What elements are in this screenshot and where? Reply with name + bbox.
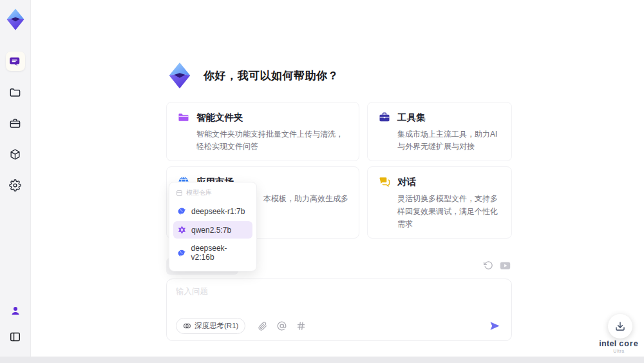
folder-purple-icon <box>177 111 190 124</box>
model-option-qwen[interactable]: qwen2.5:7b <box>173 221 252 239</box>
app-window: 你好，我可以如何帮助你？ 智能文件夹 智能文件夹功能支持批量文件上传与清洗，轻松… <box>0 0 644 363</box>
card-description: 灵活切换多模型文件，支持多样回复效果调试，满足个性化需求 <box>397 193 501 230</box>
model-dropdown: 模型仓库 deepseek-r1:7b qwen2.5:7b deep <box>169 182 257 271</box>
composer-toolbar: 深度思考(R1) <box>176 318 502 334</box>
intel-brand: intel <box>599 339 616 348</box>
at-sign-icon[interactable] <box>277 321 287 331</box>
hash-icon[interactable] <box>296 321 306 331</box>
model-dropdown-header-label: 模型仓库 <box>186 188 212 197</box>
intel-product: core <box>619 339 638 348</box>
briefcase-icon <box>9 117 21 130</box>
send-icon <box>489 320 501 332</box>
model-option-deepseek-v2[interactable]: deepseek-v2:16b <box>173 240 252 266</box>
card-dialog[interactable]: 对话 灵活切换多模型文件，支持多样回复效果调试，满足个性化需求 <box>367 166 512 239</box>
sidebar-item-folders[interactable] <box>6 83 25 102</box>
hero-logo-icon <box>165 61 194 90</box>
model-dropdown-header: 模型仓库 <box>173 187 252 201</box>
model-option-deepseek-r1[interactable]: deepseek-r1:7b <box>173 202 252 220</box>
card-title: 对话 <box>397 176 416 188</box>
card-smart-folder[interactable]: 智能文件夹 智能文件夹功能支持批量文件上传与清洗，轻松实现文件问答 <box>166 102 359 161</box>
qwen-icon <box>177 225 187 235</box>
send-button[interactable] <box>487 319 502 334</box>
sidebar <box>0 0 31 357</box>
briefcase-indigo-icon <box>378 111 391 124</box>
paperclip-icon[interactable] <box>258 322 267 331</box>
download-fab[interactable] <box>608 314 632 338</box>
sidebar-item-settings[interactable] <box>6 175 25 195</box>
deep-think-toggle[interactable]: 深度思考(R1) <box>176 318 245 334</box>
greeting-title: 你好，我可以如何帮助你？ <box>204 68 339 83</box>
intel-tier: Ultra <box>594 349 644 353</box>
deep-think-label: 深度思考(R1) <box>194 321 238 331</box>
hero: 你好，我可以如何帮助你？ <box>165 61 339 90</box>
card-description: 智能文件夹功能支持批量文件上传与清洗，轻松实现文件问答 <box>196 128 348 153</box>
card-title: 智能文件夹 <box>196 112 243 124</box>
card-description: 集成市场上主流工具，助力AI与外界无缝扩展与对接 <box>397 128 501 153</box>
intel-core-badge: intel core Ultra <box>594 339 644 353</box>
message-input[interactable] <box>176 286 498 312</box>
chat-yellow-icon <box>378 175 391 188</box>
panel-icon <box>9 331 21 343</box>
card-title: 工具集 <box>397 112 426 124</box>
sidebar-item-toolbox[interactable] <box>6 113 25 133</box>
sidebar-item-panel-toggle[interactable] <box>6 327 25 346</box>
sidebar-item-models[interactable] <box>6 144 25 164</box>
sidebar-bottom <box>6 301 25 346</box>
card-toolset[interactable]: 工具集 集成市场上主流工具，助力AI与外界无缝扩展与对接 <box>367 102 512 161</box>
folder-icon <box>9 86 21 99</box>
model-option-label: qwen2.5:7b <box>191 226 231 235</box>
deepseek-icon <box>177 206 187 216</box>
video-icon[interactable] <box>500 261 511 270</box>
account-icon <box>10 305 21 317</box>
box-icon <box>176 190 183 197</box>
composer: 深度思考(R1) <box>166 279 512 341</box>
app-logo-icon <box>1 5 30 34</box>
sidebar-nav <box>6 52 25 195</box>
download-icon <box>615 321 625 331</box>
model-option-label: deepseek-r1:7b <box>191 207 245 216</box>
sidebar-item-account[interactable] <box>6 301 25 320</box>
venn-icon <box>183 322 191 330</box>
deepseek-icon <box>177 248 187 258</box>
gear-icon <box>9 179 21 191</box>
chat-icon <box>9 55 21 68</box>
history-icon[interactable] <box>484 260 493 270</box>
cube-icon <box>9 148 21 161</box>
bottom-strip <box>0 357 644 363</box>
model-option-label: deepseek-v2:16b <box>191 244 249 262</box>
sidebar-item-chat[interactable] <box>6 52 25 71</box>
